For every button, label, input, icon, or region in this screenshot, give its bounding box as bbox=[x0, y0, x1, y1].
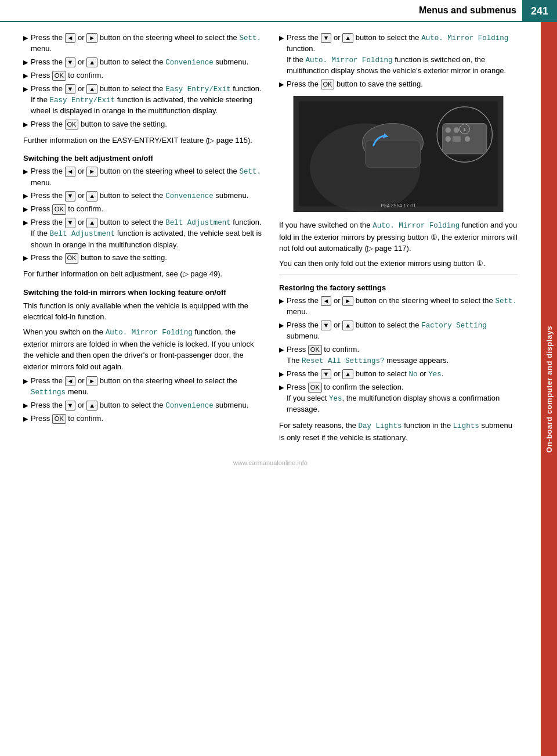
key-down: ▼ bbox=[65, 84, 76, 94]
fold-mirrors-intro: This function is only available when the… bbox=[23, 300, 262, 323]
bullet-item: ▶ Press the ◄ or ► button on the steerin… bbox=[23, 376, 262, 398]
restore-factory-further-info: For safety reasons, the Day Lights funct… bbox=[279, 420, 518, 443]
bullet-item: ▶ Press the OK button to save the settin… bbox=[23, 253, 262, 264]
bullet-item: ▶ Press the ▼ or ▲ button to select the … bbox=[23, 217, 262, 250]
key-ok: OK bbox=[52, 71, 66, 81]
bullet-content: Press OK to confirm. bbox=[31, 204, 262, 215]
after-image-text2: You can then only fold out the exterior … bbox=[279, 258, 518, 269]
bullet-content: Press OK to confirm. The Reset All Setti… bbox=[287, 344, 518, 366]
fold-mirrors-heading: Switching the fold-in mirrors when locki… bbox=[23, 288, 262, 297]
bullet-content: Press the ◄ or ► button on the steering … bbox=[31, 376, 262, 398]
key-right: ► bbox=[86, 376, 97, 386]
easy-entry-further-info: Further information on the EASY-ENTRY/EX… bbox=[23, 135, 262, 146]
menu-auto-mirror-3: Auto. Mirror Folding bbox=[372, 222, 460, 230]
bullet-arrow-icon: ▶ bbox=[279, 383, 284, 393]
menu-belt-adj: Belt Adjustment bbox=[165, 219, 231, 227]
key-right: ► bbox=[86, 33, 97, 43]
main-content: ▶ Press the ◄ or ► button on the steerin… bbox=[0, 22, 541, 457]
bullet-arrow-icon: ▶ bbox=[23, 167, 28, 177]
bullet-content: Press the OK button to save the setting. bbox=[31, 119, 262, 130]
bullet-content: Press OK to confirm. bbox=[31, 70, 262, 81]
menu-sett-2: Sett. bbox=[495, 297, 517, 305]
menu-yes-2: Yes bbox=[329, 395, 342, 403]
page-number: 241 bbox=[531, 5, 548, 17]
bullet-arrow-icon: ▶ bbox=[23, 377, 28, 386]
svg-text:1: 1 bbox=[463, 126, 466, 132]
bullet-arrow-icon: ▶ bbox=[23, 401, 28, 411]
belt-adjustment-heading: Switching the belt adjustment on/off bbox=[23, 154, 262, 163]
after-image-text1: If you have switched on the Auto. Mirror… bbox=[279, 219, 518, 254]
bullet-content: Press the ▼ or ▲ button to select the Co… bbox=[31, 400, 262, 411]
key-right: ► bbox=[86, 167, 97, 177]
menu-easy-entry-2: Easy Entry/Exit bbox=[50, 96, 115, 105]
restore-factory-bullets: ▶ Press the ◄ or ► button on the steerin… bbox=[279, 296, 518, 415]
page-header: Menus and submenus 241 bbox=[0, 0, 557, 22]
bullet-content: Press OK to confirm. bbox=[31, 413, 262, 424]
menu-auto-mirror-fold: Auto. Mirror Folding bbox=[421, 34, 508, 42]
bullet-item: ▶ Press OK to confirm. bbox=[23, 204, 262, 215]
menu-no: No bbox=[409, 370, 418, 379]
bullet-arrow-icon: ▶ bbox=[23, 205, 28, 214]
menu-belt-adj-2: Belt Adjustment bbox=[50, 230, 115, 238]
bullet-item: ▶ Press the ▼ or ▲ button to select the … bbox=[23, 57, 262, 68]
key-down: ▼ bbox=[65, 218, 76, 228]
restore-factory-heading: Restoring the factory settings bbox=[279, 283, 518, 292]
bullet-item: ▶ Press the ▼ or ▲ button to select the … bbox=[279, 33, 518, 77]
bullet-arrow-icon: ▶ bbox=[279, 34, 284, 43]
menu-lights: Lights bbox=[453, 422, 479, 430]
easy-entry-bullets: ▶ Press the ◄ or ► button on the steerin… bbox=[23, 33, 262, 130]
bullet-item: ▶ Press OK to confirm the selection. If … bbox=[279, 382, 518, 415]
bullet-arrow-icon: ▶ bbox=[279, 80, 284, 89]
key-left: ◄ bbox=[65, 33, 76, 43]
bullet-item: ▶ Press the ◄ or ► button on the steerin… bbox=[23, 166, 262, 188]
key-up: ▲ bbox=[86, 401, 97, 411]
key-ok: OK bbox=[65, 120, 79, 129]
menu-convenience: Convenience bbox=[165, 59, 214, 67]
fold-mirrors-para2: When you switch on the Auto. Mirror Fold… bbox=[23, 326, 262, 372]
bullet-item: ▶ Press the ◄ or ► button on the steerin… bbox=[279, 296, 518, 318]
key-up: ▲ bbox=[342, 369, 353, 379]
auto-mirror-bullets: ▶ Press the ▼ or ▲ button to select the … bbox=[279, 33, 518, 90]
menu-auto-mirror: Auto. Mirror Folding bbox=[106, 329, 193, 337]
key-down: ▼ bbox=[65, 57, 76, 67]
bullet-item: ▶ Press the ▼ or ▲ button to select the … bbox=[279, 320, 518, 342]
bullet-content: Press the ▼ or ▲ button to select the Au… bbox=[287, 33, 518, 77]
svg-point-8 bbox=[445, 127, 451, 133]
key-ok: OK bbox=[321, 80, 335, 89]
bullet-item: ▶ Press the ▼ or ▲ button to select the … bbox=[23, 84, 262, 117]
bullet-content: Press the ▼ or ▲ button to select the Ea… bbox=[31, 84, 262, 117]
bullet-item: ▶ Press the ▼ or ▲ button to select No o… bbox=[279, 369, 518, 380]
menu-auto-mirror-fold-2: Auto. Mirror Folding bbox=[306, 56, 393, 64]
key-ok: OK bbox=[52, 414, 66, 424]
menu-convenience: Convenience bbox=[165, 192, 214, 200]
bullet-item: ▶ Press the ◄ or ► button on the steerin… bbox=[23, 33, 262, 55]
key-left: ◄ bbox=[65, 376, 76, 386]
bullet-item: ▶ Press the OK button to save the settin… bbox=[279, 79, 518, 90]
fold-mirrors-bullets: ▶ Press the ◄ or ► button on the steerin… bbox=[23, 376, 262, 424]
bullet-content: Press the ▼ or ▲ button to select the Be… bbox=[31, 217, 262, 250]
bullet-content: Press the ◄ or ► button on the steering … bbox=[31, 33, 262, 55]
key-down: ▼ bbox=[321, 369, 332, 379]
menu-factory-setting: Factory Setting bbox=[421, 322, 487, 330]
bullet-item: ▶ Press OK to confirm. bbox=[23, 70, 262, 81]
menu-day-lights: Day Lights bbox=[359, 422, 402, 430]
bullet-content: Press the ◄ or ► button on the steering … bbox=[31, 166, 262, 188]
svg-point-13 bbox=[465, 136, 471, 142]
bullet-arrow-icon: ▶ bbox=[23, 71, 28, 81]
menu-reset-all: Reset All Settings? bbox=[302, 357, 385, 365]
bullet-arrow-icon: ▶ bbox=[279, 345, 284, 355]
key-ok: OK bbox=[308, 345, 322, 355]
bullet-arrow-icon: ▶ bbox=[279, 321, 284, 330]
key-down: ▼ bbox=[321, 321, 332, 330]
bullet-arrow-icon: ▶ bbox=[23, 58, 28, 67]
bullet-item: ▶ Press OK to confirm. bbox=[23, 413, 262, 424]
left-column: ▶ Press the ◄ or ► button on the steerin… bbox=[23, 33, 262, 447]
bullet-arrow-icon: ▶ bbox=[23, 218, 28, 228]
bullet-arrow-icon: ▶ bbox=[23, 415, 28, 424]
key-down: ▼ bbox=[321, 33, 332, 43]
bullet-item: ▶ Press the ▼ or ▲ button to select the … bbox=[23, 190, 262, 201]
bullet-arrow-icon: ▶ bbox=[23, 85, 28, 94]
key-up: ▲ bbox=[86, 84, 97, 94]
menu-settings: Settings bbox=[31, 388, 66, 397]
page-title: Menus and submenus bbox=[419, 5, 516, 16]
